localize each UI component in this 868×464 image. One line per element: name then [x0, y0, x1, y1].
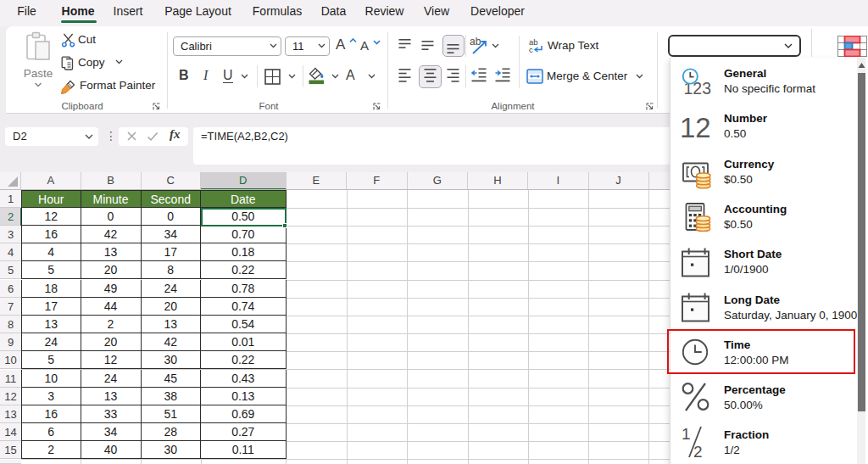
svg-text:2: 2 — [693, 443, 703, 459]
svg-text:1: 1 — [682, 425, 691, 443]
svg-text:c: c — [529, 45, 533, 53]
svg-text:ab: ab — [470, 36, 481, 48]
